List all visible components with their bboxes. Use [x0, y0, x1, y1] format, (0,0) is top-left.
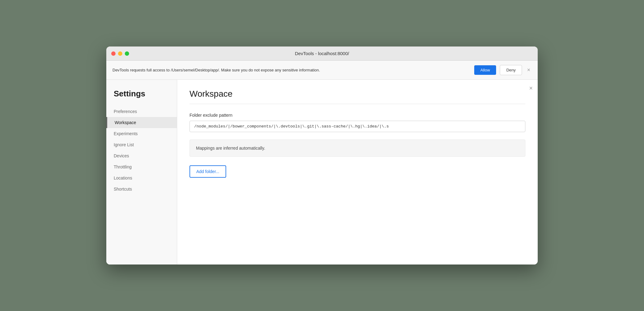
window-title: DevTools - localhost:8000/: [295, 51, 349, 56]
title-bar: DevTools - localhost:8000/: [106, 46, 538, 61]
notification-bar: DevTools requests full access to /Users/…: [106, 61, 538, 80]
content-title: Workspace: [190, 89, 525, 99]
close-notification-button[interactable]: ×: [526, 67, 532, 73]
sidebar: Settings Preferences Workspace Experimen…: [106, 80, 177, 265]
allow-button[interactable]: Allow: [474, 65, 496, 75]
close-settings-button[interactable]: ×: [529, 85, 533, 92]
sidebar-item-experiments[interactable]: Experiments: [106, 128, 177, 139]
notification-text: DevTools requests full access to /Users/…: [112, 68, 471, 72]
sidebar-item-shortcuts[interactable]: Shortcuts: [106, 184, 177, 195]
main-content: Settings Preferences Workspace Experimen…: [106, 80, 538, 265]
mappings-text: Mappings are inferred automatically.: [196, 146, 265, 151]
sidebar-item-locations[interactable]: Locations: [106, 172, 177, 184]
content-area: × Workspace Folder exclude pattern Mappi…: [177, 80, 538, 265]
sidebar-item-ignore-list[interactable]: Ignore List: [106, 139, 177, 150]
devtools-window: DevTools - localhost:8000/ DevTools requ…: [106, 46, 538, 265]
title-divider: [190, 104, 525, 104]
traffic-lights: [111, 51, 129, 56]
folder-exclude-label: Folder exclude pattern: [190, 113, 525, 118]
add-folder-button[interactable]: Add folder...: [190, 165, 226, 178]
sidebar-item-throttling[interactable]: Throttling: [106, 161, 177, 172]
minimize-button[interactable]: [118, 51, 122, 56]
close-button[interactable]: [111, 51, 116, 56]
sidebar-item-devices[interactable]: Devices: [106, 150, 177, 161]
sidebar-item-preferences[interactable]: Preferences: [106, 106, 177, 117]
folder-exclude-input[interactable]: [190, 121, 525, 132]
settings-title: Settings: [106, 89, 177, 106]
sidebar-item-workspace[interactable]: Workspace: [106, 117, 177, 128]
mappings-info-box: Mappings are inferred automatically.: [190, 139, 525, 157]
maximize-button[interactable]: [125, 51, 129, 56]
deny-button[interactable]: Deny: [500, 65, 522, 75]
